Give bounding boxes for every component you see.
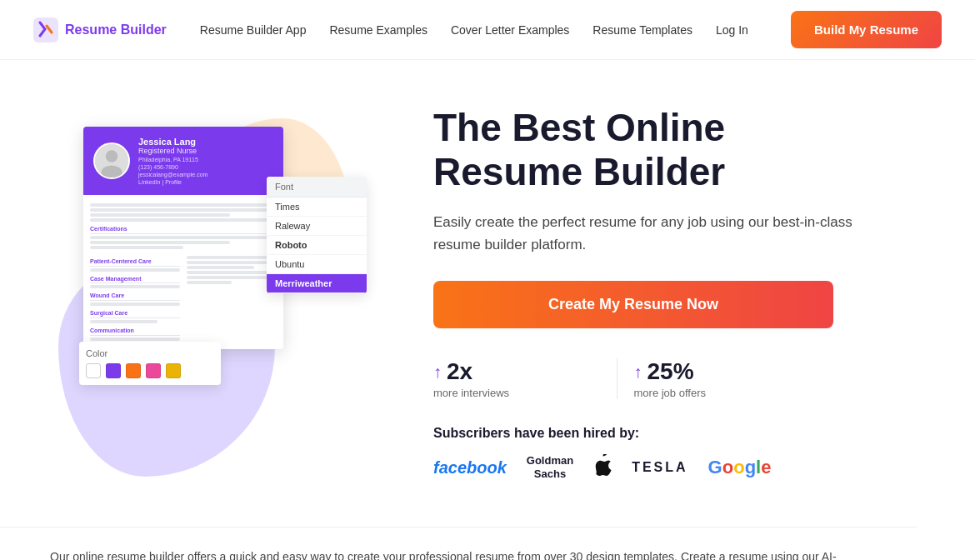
resume-skill-line [90, 302, 180, 306]
resume-name: Jessica Lang [138, 137, 208, 147]
hired-by-section: Subscribers have been hired by: facebook… [433, 426, 883, 481]
facebook-logo: facebook [433, 458, 507, 478]
stat-interviews: ↑ 2x more interviews [433, 358, 617, 399]
resume-section-case: Case Management [90, 275, 180, 289]
hero-headline: The Best Online Resume Builder [433, 106, 925, 194]
stat-offers-label: more job offers [634, 387, 801, 399]
font-option-ubuntu[interactable]: Ubuntu [267, 255, 367, 274]
stat-interviews-label: more interviews [433, 387, 600, 399]
resume-avatar [93, 142, 130, 179]
resume-linkedin: LinkedIn | Profile [138, 179, 208, 185]
resume-location: Philadelphia, PA 19115 [138, 157, 208, 162]
resume-section-wound: Wound Care [90, 292, 180, 306]
color-panel-label: Color [86, 348, 214, 358]
font-option-times[interactable]: Times [267, 198, 367, 217]
color-swatch-purple[interactable] [106, 363, 121, 378]
resume-section-surgical: Surgical Care [90, 309, 180, 323]
resume-text-line [90, 203, 277, 207]
resume-header: Jessica Lang Registered Nurse Philadelph… [83, 127, 283, 195]
font-option-roboto[interactable]: Roboto [267, 236, 367, 255]
color-swatch-orange[interactable] [126, 363, 141, 378]
resume-text-line [90, 218, 277, 222]
logo-text: Resume Builder [65, 22, 167, 38]
font-panel-header: Font [267, 177, 367, 198]
arrow-up-icon: ↑ [433, 362, 442, 382]
stat-offers-value: ↑ 25% [634, 358, 801, 385]
color-swatches [86, 363, 214, 378]
resume-cert-line [90, 241, 230, 244]
resume-skill-line [90, 285, 180, 288]
color-selection-panel: Color [79, 342, 221, 385]
arrow-up-icon-2: ↑ [634, 362, 642, 382]
resume-cert-line [90, 246, 183, 249]
headline-line1: The Best Online [433, 106, 725, 149]
resume-text-line [90, 213, 230, 217]
stat-offers-number: 25% [648, 358, 694, 385]
resume-right-line [187, 256, 277, 259]
color-swatch-pink[interactable] [146, 363, 161, 378]
svg-point-2 [106, 150, 118, 162]
resume-section-comm: Communication [90, 327, 180, 341]
tesla-logo: TESLA [632, 460, 688, 475]
hired-by-title: Subscribers have been hired by: [433, 426, 883, 441]
resume-right-line [187, 281, 232, 284]
font-option-raleway[interactable]: Raleway [267, 217, 367, 236]
navbar: Resume Builder Resume Builder App Resume… [0, 0, 975, 60]
nav-cta-button[interactable]: Build My Resume [791, 11, 942, 48]
resume-phone: (123) 456-7890 [138, 164, 208, 170]
stat-offers: ↑ 25% more job offers [617, 358, 801, 399]
resume-section-patient: Patient-Centered Care [90, 258, 180, 267]
resume-cert-line [90, 236, 277, 239]
resume-skill-line [90, 268, 180, 272]
nav-cover-link[interactable]: Cover Letter Examples [451, 23, 569, 37]
resume-preview-card: Jessica Lang Registered Nurse Philadelph… [83, 127, 283, 349]
hero-section: Jessica Lang Registered Nurse Philadelph… [0, 60, 975, 527]
hired-logos-row: facebook GoldmanSachs TESLA Google [433, 454, 883, 481]
stats-row: ↑ 2x more interviews ↑ 25% more job offe… [433, 358, 800, 399]
hero-content: The Best Online Resume Builder Easily cr… [383, 106, 925, 481]
nav-links: Resume Builder App Resume Examples Cover… [200, 22, 791, 38]
resume-identity: Jessica Lang Registered Nurse Philadelph… [138, 137, 208, 185]
logo-link[interactable]: Resume Builder [33, 18, 167, 42]
nav-app-link[interactable]: Resume Builder App [200, 23, 307, 37]
resume-skill-line [90, 320, 158, 323]
resume-skill-line [90, 338, 180, 341]
color-swatch-white[interactable] [86, 363, 101, 378]
nav-login-link[interactable]: Log In [716, 23, 748, 37]
footer-description: Our online resume builder offers a quick… [0, 527, 917, 560]
nav-examples-link[interactable]: Resume Examples [329, 23, 428, 37]
resume-email: jessicalang@example.com [138, 172, 208, 178]
hero-illustration: Jessica Lang Registered Nurse Philadelph… [33, 93, 383, 493]
resume-body: Certifications Patient-Centered Care Cas… [83, 195, 283, 349]
goldman-sachs-logo: GoldmanSachs [527, 454, 573, 480]
hero-subtext: Easily create the perfect resume for any… [433, 211, 900, 256]
google-logo: Google [708, 457, 772, 478]
resume-section-certifications: Certifications [90, 225, 277, 234]
stat-interviews-value: ↑ 2x [433, 358, 600, 385]
stat-interviews-number: 2x [447, 358, 472, 385]
resume-right-line [187, 261, 277, 264]
resume-job-title: Registered Nurse [138, 147, 208, 155]
nav-templates-link[interactable]: Resume Templates [592, 23, 692, 37]
font-selection-panel: Font Times Raleway Roboto Ubuntu Merriwe… [267, 177, 367, 293]
footer-text-1: Our online resume builder offers a quick… [50, 550, 837, 560]
resume-right-line [187, 266, 254, 269]
resume-text-line [90, 208, 277, 212]
resume-right-line [187, 271, 277, 274]
hero-cta-button[interactable]: Create My Resume Now [433, 281, 833, 328]
resume-right-line [187, 276, 277, 279]
apple-logo [593, 454, 612, 481]
logo-icon [33, 18, 58, 42]
font-option-merriweather[interactable]: Merriweather [267, 274, 367, 293]
color-swatch-yellow[interactable] [166, 363, 181, 378]
headline-line2: Resume Builder [433, 150, 725, 193]
